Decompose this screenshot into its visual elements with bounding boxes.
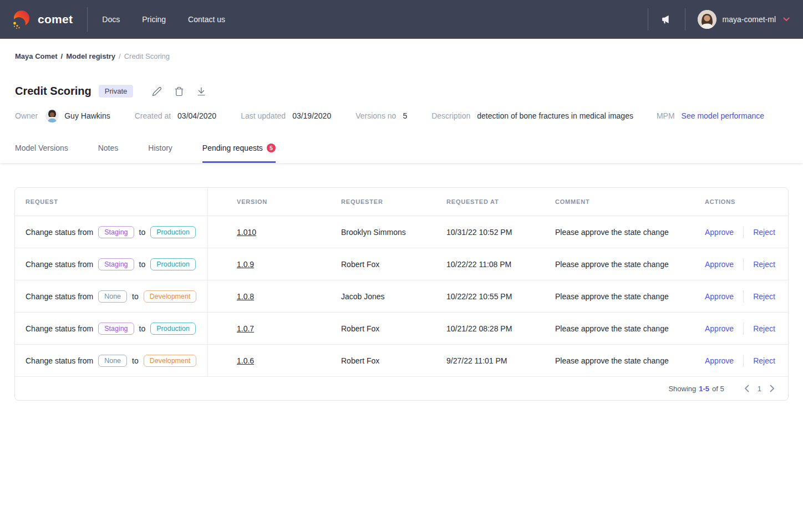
- nav-link-docs[interactable]: Docs: [102, 15, 120, 24]
- owner-label: Owner: [15, 111, 38, 120]
- breadcrumb-current-page: Credit Scoring: [124, 52, 170, 60]
- logo-wordmark: comet: [38, 13, 73, 26]
- page-number[interactable]: 1: [758, 385, 761, 393]
- edit-pencil-icon[interactable]: [152, 86, 162, 96]
- version-link[interactable]: 1.0.7: [237, 324, 254, 333]
- tab-history[interactable]: History: [148, 144, 172, 163]
- created-at-label: Created at: [135, 111, 171, 120]
- nav-link-contact-us[interactable]: Contact us: [188, 15, 225, 24]
- request-cell: Change status fromStagingtoProduction: [15, 313, 208, 344]
- version-cell: 1.0.9: [208, 248, 341, 280]
- request-connector-text: to: [139, 324, 146, 333]
- showing-total: of 5: [712, 385, 724, 393]
- tab-label: Model Versions: [15, 144, 68, 152]
- last-updated-value: 03/19/2020: [292, 111, 331, 120]
- column-header-requested-at: REQUESTED AT: [446, 188, 555, 216]
- table-row: Change status fromStagingtoProduction1.0…: [15, 216, 788, 248]
- requested-at-cell: 10/21/22 08:28 PM: [446, 313, 555, 344]
- approve-button[interactable]: Approve: [705, 324, 734, 333]
- tab-label: History: [148, 144, 172, 152]
- version-cell: 1.010: [208, 216, 341, 248]
- announcements-megaphone-icon[interactable]: [660, 13, 673, 25]
- navbar-right: maya-comet-ml: [636, 8, 790, 30]
- actions-divider: [743, 323, 744, 335]
- status-badge-from: Staging: [98, 226, 134, 238]
- actions-cell: ApproveReject: [705, 216, 788, 248]
- version-link[interactable]: 1.010: [237, 228, 256, 237]
- chevron-down-icon: [783, 17, 790, 22]
- approve-button[interactable]: Approve: [705, 228, 734, 237]
- version-link[interactable]: 1.0.9: [237, 260, 254, 269]
- comet-logo[interactable]: comet: [11, 9, 73, 30]
- breadcrumb-workspace[interactable]: Maya Comet: [15, 52, 58, 60]
- tab-model-versions[interactable]: Model Versions: [15, 144, 68, 163]
- approve-button[interactable]: Approve: [705, 260, 734, 269]
- user-menu[interactable]: maya-comet-ml: [698, 10, 790, 29]
- versions-no-label: Versions no: [355, 111, 396, 120]
- version-link[interactable]: 1.0.6: [237, 356, 254, 365]
- request-prefix-text: Change status from: [26, 324, 93, 333]
- requester-cell: Jacob Jones: [341, 280, 446, 312]
- breadcrumb-model-registry[interactable]: Model registry: [66, 52, 115, 60]
- column-header-requester: REQUESTER: [341, 188, 446, 216]
- pending-requests-table: REQUEST VERSION REQUESTER REQUESTED AT C…: [14, 187, 789, 401]
- request-prefix-text: Change status from: [26, 356, 93, 365]
- reject-button[interactable]: Reject: [753, 356, 775, 365]
- nav-link-pricing[interactable]: Pricing: [142, 15, 166, 24]
- reject-button[interactable]: Reject: [753, 228, 775, 237]
- table-footer: Showing 1-5 of 5 1: [15, 376, 788, 400]
- version-cell: 1.0.6: [208, 345, 341, 376]
- showing-range: 1-5: [699, 385, 709, 393]
- actions-cell: ApproveReject: [705, 313, 788, 344]
- status-badge-to: Production: [150, 226, 196, 238]
- visibility-badge: Private: [99, 85, 133, 98]
- reject-button[interactable]: Reject: [753, 324, 775, 333]
- top-navbar: comet Docs Pricing Contact us maya-comet…: [0, 0, 803, 39]
- approve-button[interactable]: Approve: [705, 356, 734, 365]
- requested-at-cell: 10/22/22 10:55 PM: [446, 280, 555, 312]
- actions-divider: [743, 258, 744, 270]
- approve-button[interactable]: Approve: [705, 292, 734, 301]
- requested-at-cell: 10/31/22 10:52 PM: [446, 216, 555, 248]
- tab-pending-requests[interactable]: Pending requests5: [202, 144, 276, 163]
- version-link[interactable]: 1.0.8: [237, 292, 254, 301]
- version-cell: 1.0.8: [208, 280, 341, 312]
- showing-label: Showing: [668, 385, 696, 393]
- requested-at-cell: 10/22/22 11:08 PM: [446, 248, 555, 280]
- chevron-left-icon[interactable]: [744, 385, 749, 392]
- navbar-divider: [87, 7, 88, 32]
- model-meta-row: Owner Guy Hawkins Created at 03/04/2020 …: [15, 109, 788, 122]
- pagination: 1: [744, 385, 775, 393]
- delete-trash-icon[interactable]: [174, 86, 184, 96]
- request-connector-text: to: [132, 356, 139, 365]
- meta-last-updated: Last updated 03/19/2020: [241, 111, 331, 120]
- request-connector-text: to: [139, 260, 146, 269]
- request-cell: Change status fromStagingtoProduction: [15, 248, 208, 280]
- owner-name: Guy Hawkins: [64, 111, 110, 120]
- requester-cell: Robert Fox: [341, 313, 446, 344]
- table-row: Change status fromStagingtoProduction1.0…: [15, 248, 788, 280]
- version-cell: 1.0.7: [208, 313, 341, 344]
- chevron-right-icon[interactable]: [770, 385, 775, 392]
- comment-cell: Please approve the state change: [555, 280, 705, 312]
- see-model-performance-link[interactable]: See model performance: [682, 111, 764, 120]
- versions-no-value: 5: [403, 111, 407, 120]
- column-header-comment: COMMENT: [555, 188, 705, 216]
- comet-logo-icon: [11, 9, 32, 30]
- reject-button[interactable]: Reject: [753, 292, 775, 301]
- table-row: Change status fromStagingtoProduction1.0…: [15, 312, 788, 344]
- request-cell: Change status fromNonetoDevelopment: [15, 345, 208, 376]
- status-badge-to: Production: [150, 323, 196, 335]
- title-row: Credit Scoring Private: [15, 85, 788, 98]
- tabs-bar: Model VersionsNotesHistoryPending reques…: [15, 144, 788, 163]
- request-prefix-text: Change status from: [26, 292, 93, 301]
- download-icon[interactable]: [196, 86, 206, 96]
- actions-cell: ApproveReject: [705, 345, 788, 376]
- table-header-row: REQUEST VERSION REQUESTER REQUESTED AT C…: [15, 188, 788, 216]
- actions-cell: ApproveReject: [705, 280, 788, 312]
- owner-avatar: [45, 109, 59, 122]
- reject-button[interactable]: Reject: [753, 260, 775, 269]
- actions-cell: ApproveReject: [705, 248, 788, 280]
- tab-notes[interactable]: Notes: [98, 144, 119, 163]
- column-header-version: VERSION: [208, 188, 341, 216]
